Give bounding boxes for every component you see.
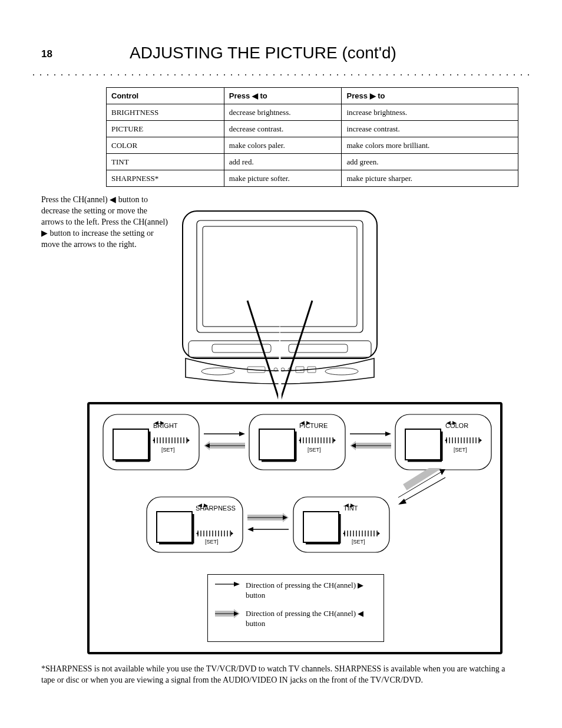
page-number: 18 [41,48,52,60]
mini-sharp-set: [SET] [205,539,219,545]
arrow-left-gray-icon [204,441,245,450]
legend-white-text: Direction of pressing the CH(annel) ▶ bu… [246,581,376,601]
instructions-text: Press the CH(annel) ◀ button to decrease… [41,195,171,250]
svg-marker-124 [398,499,406,505]
svg-rect-119 [403,468,442,490]
table-row: BRIGHTNESS decrease brightness. increase… [107,104,518,121]
th-control: Control [107,88,224,104]
cell: BRIGHTNESS [107,104,224,121]
arrow-right-icon [350,430,391,437]
cell: TINT [107,154,224,170]
th-right: Press ▶ to [342,88,518,104]
cell: make picture sharper. [342,170,518,187]
mini-tint-arrows: ◀ ▶ [345,502,355,508]
svg-marker-114 [385,431,391,436]
cell: decrease contrast. [224,121,342,137]
divider-dots: . . . . . . . . . . . . . . . . . . . . … [32,67,530,78]
cell: increase contrast. [342,121,518,137]
mini-picture-arrows: ◀ ▶ [300,420,310,426]
mini-screen-tint: TINT ◀ ▶ [SET] [293,496,390,553]
arrow-right-icon [215,581,240,588]
cell: increase brightness. [342,104,518,121]
callout-panel: BRIGHT ◀ ▶ [SET] PICTURE ◀ ▶ [SET] [87,402,503,654]
footnote: *SHARPNESS is not available while you us… [41,664,521,686]
mini-screen-bright: BRIGHT ◀ ▶ [SET] [103,414,200,470]
cell: decrease brightness. [224,104,342,121]
svg-marker-130 [247,527,253,532]
arrow-left-gray-icon [350,441,391,450]
svg-rect-2 [203,226,357,327]
arrow-diag-icon [390,468,455,509]
mini-picture-set: [SET] [308,447,321,453]
cell: make colors paler. [224,137,342,154]
legend-gray-text: Direction of pressing the CH(annel) ◀ bu… [246,609,376,629]
cell: PICTURE [107,121,224,137]
mini-screen-picture: PICTURE ◀ ▶ [SET] [249,414,346,470]
page-title: ADJUSTING THE PICTURE (cont'd) [130,44,396,62]
mini-screen-sharp: SHARPNESS ◀ ▶ [SET] [146,496,243,553]
table-row: SHARPNESS* make picture softer. make pic… [107,170,518,187]
cell: COLOR [107,137,224,154]
legend-box: Direction of pressing the CH(annel) ▶ bu… [207,574,384,642]
th-left: Press ◀ to [224,88,342,104]
mini-bright-set: [SET] [161,447,175,453]
table-row: PICTURE decrease contrast. increase cont… [107,121,518,137]
table-row: TINT add red. add green. [107,154,518,170]
arrow-right-gray-icon [247,513,289,522]
mini-sharp-arrows: ◀ ▶ [198,502,208,508]
cell: make colors more brilliant. [342,137,518,154]
cell: add green. [342,154,518,170]
cell: SHARPNESS* [107,170,224,187]
tv-illustration [177,206,383,403]
table-row: COLOR make colors paler. make colors mor… [107,137,518,154]
svg-marker-132 [234,582,240,587]
cell: add red. [224,154,342,170]
arrow-right-icon [204,430,245,437]
mini-color-set: [SET] [454,447,467,453]
cell: make picture softer. [224,170,342,187]
controls-table: Control Press ◀ to Press ▶ to BRIGHTNESS… [106,87,518,187]
mini-bright-arrows: ◀ ▶ [154,420,164,426]
mini-color-arrows: ◀ ▶ [447,420,457,426]
arrow-left-icon [247,526,289,533]
arrow-right-gray-icon [215,609,240,618]
mini-screen-color: COLOR ◀ ▶ [SET] [395,414,492,470]
svg-marker-108 [239,431,245,436]
mini-tint-set: [SET] [352,539,365,545]
